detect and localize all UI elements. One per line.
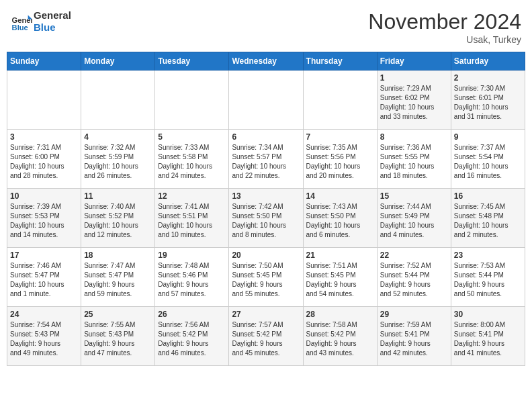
day-info: Sunrise: 7:33 AM Sunset: 5:58 PM Dayligh…	[158, 143, 226, 181]
day-cell: 15Sunrise: 7:44 AM Sunset: 5:49 PM Dayli…	[377, 189, 451, 248]
day-cell	[303, 71, 377, 130]
calendar-header-row: SundayMondayTuesdayWednesdayThursdayFrid…	[7, 52, 525, 71]
day-cell: 25Sunrise: 7:55 AM Sunset: 5:43 PM Dayli…	[81, 307, 155, 366]
day-info: Sunrise: 7:53 AM Sunset: 5:44 PM Dayligh…	[454, 261, 522, 299]
svg-text:Blue: Blue	[12, 24, 28, 32]
day-cell	[229, 71, 303, 130]
day-number: 7	[306, 132, 374, 142]
day-number: 19	[158, 250, 226, 260]
day-cell: 19Sunrise: 7:48 AM Sunset: 5:46 PM Dayli…	[155, 248, 229, 307]
day-info: Sunrise: 7:37 AM Sunset: 5:54 PM Dayligh…	[454, 143, 522, 181]
day-info: Sunrise: 7:36 AM Sunset: 5:55 PM Dayligh…	[380, 143, 448, 181]
day-cell: 12Sunrise: 7:41 AM Sunset: 5:51 PM Dayli…	[155, 189, 229, 248]
day-cell: 26Sunrise: 7:56 AM Sunset: 5:42 PM Dayli…	[155, 307, 229, 366]
day-number: 5	[158, 132, 226, 142]
calendar-table: SundayMondayTuesdayWednesdayThursdayFrid…	[7, 52, 525, 366]
day-info: Sunrise: 7:31 AM Sunset: 6:00 PM Dayligh…	[10, 143, 78, 181]
day-cell: 18Sunrise: 7:47 AM Sunset: 5:47 PM Dayli…	[81, 248, 155, 307]
week-row-1: 1Sunrise: 7:29 AM Sunset: 6:02 PM Daylig…	[7, 71, 525, 130]
day-cell: 9Sunrise: 7:37 AM Sunset: 5:54 PM Daylig…	[451, 130, 525, 189]
day-info: Sunrise: 7:47 AM Sunset: 5:47 PM Dayligh…	[84, 261, 152, 299]
day-cell: 8Sunrise: 7:36 AM Sunset: 5:55 PM Daylig…	[377, 130, 451, 189]
column-header-saturday: Saturday	[451, 52, 525, 71]
day-number: 8	[380, 132, 448, 142]
column-header-sunday: Sunday	[7, 52, 81, 71]
day-number: 16	[454, 191, 522, 201]
month-title: November 2024	[368, 9, 521, 34]
day-number: 26	[158, 310, 226, 319]
day-info: Sunrise: 7:54 AM Sunset: 5:43 PM Dayligh…	[10, 320, 78, 358]
day-cell: 3Sunrise: 7:31 AM Sunset: 6:00 PM Daylig…	[7, 130, 81, 189]
day-cell: 29Sunrise: 7:59 AM Sunset: 5:41 PM Dayli…	[377, 307, 451, 366]
column-header-tuesday: Tuesday	[155, 52, 229, 71]
day-cell: 28Sunrise: 7:58 AM Sunset: 5:42 PM Dayli…	[303, 307, 377, 366]
day-info: Sunrise: 7:41 AM Sunset: 5:51 PM Dayligh…	[158, 202, 226, 240]
day-info: Sunrise: 7:52 AM Sunset: 5:44 PM Dayligh…	[380, 261, 448, 299]
day-cell: 13Sunrise: 7:42 AM Sunset: 5:50 PM Dayli…	[229, 189, 303, 248]
day-cell: 14Sunrise: 7:43 AM Sunset: 5:50 PM Dayli…	[303, 189, 377, 248]
day-info: Sunrise: 7:50 AM Sunset: 5:45 PM Dayligh…	[232, 261, 300, 299]
day-info: Sunrise: 7:34 AM Sunset: 5:57 PM Dayligh…	[232, 143, 300, 181]
day-cell: 2Sunrise: 7:30 AM Sunset: 6:01 PM Daylig…	[451, 71, 525, 130]
logo-icon: General Blue	[11, 11, 32, 32]
day-info: Sunrise: 7:55 AM Sunset: 5:43 PM Dayligh…	[84, 320, 152, 358]
day-info: Sunrise: 7:43 AM Sunset: 5:50 PM Dayligh…	[306, 202, 374, 240]
day-info: Sunrise: 7:57 AM Sunset: 5:42 PM Dayligh…	[232, 320, 300, 358]
day-info: Sunrise: 7:45 AM Sunset: 5:48 PM Dayligh…	[454, 202, 522, 240]
day-cell	[81, 71, 155, 130]
day-number: 24	[10, 310, 78, 319]
day-cell	[155, 71, 229, 130]
calendar-body: 1Sunrise: 7:29 AM Sunset: 6:02 PM Daylig…	[7, 71, 525, 366]
day-number: 11	[84, 191, 152, 201]
day-cell: 20Sunrise: 7:50 AM Sunset: 5:45 PM Dayli…	[229, 248, 303, 307]
day-info: Sunrise: 7:59 AM Sunset: 5:41 PM Dayligh…	[380, 320, 448, 358]
day-info: Sunrise: 7:32 AM Sunset: 5:59 PM Dayligh…	[84, 143, 152, 181]
day-number: 23	[454, 250, 522, 260]
day-cell: 4Sunrise: 7:32 AM Sunset: 5:59 PM Daylig…	[81, 130, 155, 189]
column-header-friday: Friday	[377, 52, 451, 71]
day-number: 17	[10, 250, 78, 260]
day-info: Sunrise: 7:35 AM Sunset: 5:56 PM Dayligh…	[306, 143, 374, 181]
day-number: 21	[306, 250, 374, 260]
day-info: Sunrise: 7:29 AM Sunset: 6:02 PM Dayligh…	[380, 84, 448, 122]
day-cell: 7Sunrise: 7:35 AM Sunset: 5:56 PM Daylig…	[303, 130, 377, 189]
week-row-4: 17Sunrise: 7:46 AM Sunset: 5:47 PM Dayli…	[7, 248, 525, 307]
day-number: 25	[84, 310, 152, 319]
day-number: 28	[306, 310, 374, 319]
column-header-wednesday: Wednesday	[229, 52, 303, 71]
day-cell: 30Sunrise: 8:00 AM Sunset: 5:41 PM Dayli…	[451, 307, 525, 366]
day-info: Sunrise: 7:39 AM Sunset: 5:53 PM Dayligh…	[10, 202, 78, 240]
day-number: 6	[232, 132, 300, 142]
column-header-thursday: Thursday	[303, 52, 377, 71]
day-number: 14	[306, 191, 374, 201]
day-info: Sunrise: 7:56 AM Sunset: 5:42 PM Dayligh…	[158, 320, 226, 358]
day-cell: 5Sunrise: 7:33 AM Sunset: 5:58 PM Daylig…	[155, 130, 229, 189]
day-info: Sunrise: 7:51 AM Sunset: 5:45 PM Dayligh…	[306, 261, 374, 299]
day-number: 15	[380, 191, 448, 201]
day-number: 20	[232, 250, 300, 260]
location: Usak, Turkey	[368, 34, 521, 45]
day-info: Sunrise: 7:48 AM Sunset: 5:46 PM Dayligh…	[158, 261, 226, 299]
day-cell: 6Sunrise: 7:34 AM Sunset: 5:57 PM Daylig…	[229, 130, 303, 189]
day-cell: 22Sunrise: 7:52 AM Sunset: 5:44 PM Dayli…	[377, 248, 451, 307]
day-number: 3	[10, 132, 78, 142]
day-number: 13	[232, 191, 300, 201]
logo: General Blue General Blue	[11, 9, 71, 34]
week-row-2: 3Sunrise: 7:31 AM Sunset: 6:00 PM Daylig…	[7, 130, 525, 189]
day-cell	[7, 71, 81, 130]
day-number: 1	[380, 73, 448, 83]
day-number: 9	[454, 132, 522, 142]
day-cell: 11Sunrise: 7:40 AM Sunset: 5:52 PM Dayli…	[81, 189, 155, 248]
day-cell: 10Sunrise: 7:39 AM Sunset: 5:53 PM Dayli…	[7, 189, 81, 248]
day-info: Sunrise: 7:30 AM Sunset: 6:01 PM Dayligh…	[454, 84, 522, 122]
day-info: Sunrise: 8:00 AM Sunset: 5:41 PM Dayligh…	[454, 320, 522, 358]
column-header-monday: Monday	[81, 52, 155, 71]
day-cell: 21Sunrise: 7:51 AM Sunset: 5:45 PM Dayli…	[303, 248, 377, 307]
day-number: 10	[10, 191, 78, 201]
day-info: Sunrise: 7:42 AM Sunset: 5:50 PM Dayligh…	[232, 202, 300, 240]
day-number: 4	[84, 132, 152, 142]
week-row-3: 10Sunrise: 7:39 AM Sunset: 5:53 PM Dayli…	[7, 189, 525, 248]
day-info: Sunrise: 7:58 AM Sunset: 5:42 PM Dayligh…	[306, 320, 374, 358]
day-info: Sunrise: 7:44 AM Sunset: 5:49 PM Dayligh…	[380, 202, 448, 240]
day-cell: 24Sunrise: 7:54 AM Sunset: 5:43 PM Dayli…	[7, 307, 81, 366]
